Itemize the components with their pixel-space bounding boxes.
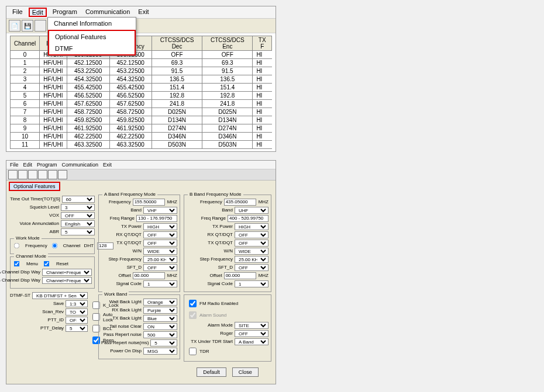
toolbar-btn-1[interactable]: 📄: [9, 20, 20, 32]
cell[interactable]: 91.5: [152, 67, 202, 75]
b-freq-input[interactable]: [224, 199, 256, 206]
menu2-exit[interactable]: Exit: [103, 162, 112, 168]
menu-channel-information[interactable]: Channel Information: [48, 18, 136, 29]
menu2-program[interactable]: Program: [37, 162, 57, 168]
table-row[interactable]: 3HF/UHI454.32500454.32500136.5136.5HI: [11, 75, 272, 84]
cell[interactable]: 2: [11, 67, 40, 75]
dtmfst-select[interactable]: KB DTMFST + Send ANI DTM: [32, 292, 88, 299]
b-sftd-select[interactable]: OFF: [235, 264, 268, 271]
b-wn-select[interactable]: WIDE: [235, 248, 268, 255]
tb2-5[interactable]: [48, 170, 57, 179]
default-button[interactable]: Default: [197, 367, 226, 377]
save-select[interactable]: 1:3: [66, 300, 88, 307]
cell[interactable]: 7: [11, 108, 40, 116]
rxbl-select[interactable]: Purple: [143, 307, 177, 314]
prn-select[interactable]: 500: [143, 331, 177, 338]
menu2-edit[interactable]: Edit: [23, 162, 33, 168]
reset-check[interactable]: [44, 261, 50, 267]
cell[interactable]: 241.8: [202, 100, 253, 108]
table-row[interactable]: 2HF/UHI453.22500453.2250091.591.5HI: [11, 67, 272, 75]
tb2-3[interactable]: [28, 170, 37, 179]
cell[interactable]: 192.8: [202, 92, 253, 100]
cell[interactable]: 463.32500: [109, 141, 152, 149]
cell[interactable]: HF/UHI: [40, 75, 67, 84]
a-band-select[interactable]: VHF: [143, 207, 177, 214]
cell[interactable]: 458.72500: [109, 108, 152, 116]
cell[interactable]: HF/UHI: [40, 84, 67, 92]
cell[interactable]: 151.4: [202, 84, 253, 92]
b-step-select[interactable]: 25.00 KHZ: [235, 256, 268, 263]
table-row[interactable]: 5HF/UHI456.52500456.52500192.8192.8HI: [11, 92, 272, 100]
a-sftd-select[interactable]: OFF: [143, 264, 177, 271]
cell[interactable]: HF/UHI: [40, 67, 67, 75]
menu2-file[interactable]: File: [10, 162, 19, 168]
a-sig-select[interactable]: 1: [143, 280, 177, 287]
cell[interactable]: HF/UHI: [40, 133, 67, 141]
table-row[interactable]: 1HF/UHI452.12500452.1250069.369.3HI: [11, 59, 272, 67]
cell[interactable]: 457.62500: [67, 100, 109, 108]
cell[interactable]: D025N: [152, 108, 202, 116]
cell[interactable]: HF/UHI: [40, 92, 67, 100]
cell[interactable]: 456.52500: [67, 92, 109, 100]
cell[interactable]: 11: [11, 141, 40, 149]
cell[interactable]: 458.72500: [67, 108, 109, 116]
wbl-select[interactable]: Orange: [143, 299, 177, 306]
cell[interactable]: D346N: [152, 133, 202, 141]
tot-select[interactable]: 60: [62, 196, 95, 203]
b-off-input[interactable]: [224, 272, 256, 279]
menu-check[interactable]: [14, 261, 20, 267]
menu-exit[interactable]: Exit: [136, 8, 151, 17]
menu-optional-features[interactable]: Optional Features: [49, 31, 135, 43]
close-button[interactable]: Close: [232, 367, 259, 377]
cell[interactable]: 136.5: [152, 75, 202, 84]
menu-communication[interactable]: Communication: [83, 8, 132, 17]
cell[interactable]: 9: [11, 124, 40, 133]
cell[interactable]: 456.52500: [109, 92, 152, 100]
pod-select[interactable]: MSG: [143, 348, 177, 355]
cell[interactable]: 459.82500: [67, 116, 109, 124]
cell[interactable]: 462.22500: [109, 133, 152, 141]
a-off-input[interactable]: [133, 272, 165, 279]
cell[interactable]: HI: [253, 84, 272, 92]
vox-select[interactable]: OFF: [61, 212, 95, 219]
b-rxqt-select[interactable]: OFF: [235, 231, 268, 238]
alarmmode-select[interactable]: SITE: [235, 322, 268, 329]
cell[interactable]: 455.42500: [109, 84, 152, 92]
cell[interactable]: 452.12500: [67, 59, 109, 67]
cell[interactable]: D274N: [202, 124, 253, 133]
cell[interactable]: HF/UHI: [40, 100, 67, 108]
toolbar-btn-3[interactable]: [35, 20, 46, 32]
menu-edit[interactable]: Edit: [29, 8, 47, 17]
cell[interactable]: 457.62500: [109, 100, 152, 108]
tdrs-select[interactable]: A Band: [235, 338, 268, 345]
cell[interactable]: 459.82500: [109, 116, 152, 124]
table-row[interactable]: 10HF/UHI462.22500462.22500D346ND346NHI: [11, 133, 272, 141]
table-row[interactable]: 7HF/UHI458.72500458.72500D025ND025NHI: [11, 108, 272, 116]
b-band-select[interactable]: UHF: [235, 207, 268, 214]
abr-select[interactable]: 5: [61, 228, 95, 235]
table-row[interactable]: 11HF/UHI463.32500463.32500D503ND503NHI: [11, 141, 272, 149]
cell[interactable]: 136.5: [202, 75, 253, 84]
channel-radio[interactable]: [51, 243, 57, 249]
cell[interactable]: HF/UHI: [40, 59, 67, 67]
grid-col-4[interactable]: CTCSS/DCS Dec: [152, 36, 202, 51]
cell[interactable]: 91.5: [202, 67, 253, 75]
cell[interactable]: 192.8: [152, 92, 202, 100]
cell[interactable]: 69.3: [202, 59, 253, 67]
cell[interactable]: HI: [253, 124, 272, 133]
tb2-6[interactable]: [58, 170, 67, 179]
cell[interactable]: 5: [11, 92, 40, 100]
cell[interactable]: 4: [11, 84, 40, 92]
cell[interactable]: HI: [253, 116, 272, 124]
grid-col-5[interactable]: CTCSS/DCS Enc: [202, 36, 253, 51]
scan-select[interactable]: TO: [66, 308, 88, 315]
cell[interactable]: 151.4: [152, 84, 202, 92]
cell[interactable]: 453.22500: [109, 67, 152, 75]
tdr-check[interactable]: [189, 348, 197, 355]
prnm-select[interactable]: 5: [150, 339, 177, 346]
cell[interactable]: 1: [11, 59, 40, 67]
cell[interactable]: 455.42500: [67, 84, 109, 92]
cell[interactable]: OFF: [152, 51, 202, 59]
fm-check[interactable]: [189, 300, 197, 307]
table-row[interactable]: 9HF/UHI461.92500461.92500D274ND274NHI: [11, 124, 272, 133]
